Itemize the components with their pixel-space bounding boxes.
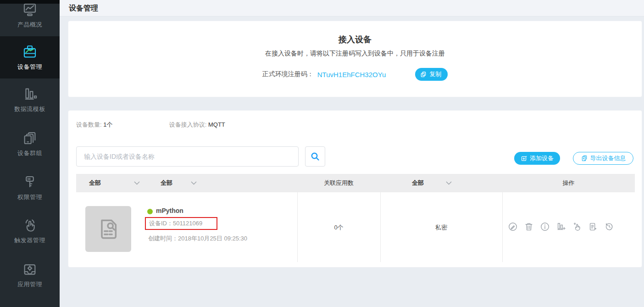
device-created-time: 创建时间：2018年10月25日 09:25:30 — [148, 234, 247, 243]
chevron-down-icon — [134, 181, 140, 185]
trigger-hand-icon — [22, 218, 38, 233]
filter-1-value: 全部 — [89, 174, 101, 192]
sidebar-item-label: 触发器管理 — [14, 236, 45, 245]
export-data-icon[interactable] — [588, 222, 598, 232]
column-divider — [502, 192, 503, 262]
access-card-subtitle: 在接入设备时，请将以下注册码写入到设备中，只用于设备注册 — [68, 50, 642, 58]
bar-chart-icon — [22, 86, 38, 102]
sidebar-item-product-overview[interactable]: 产品概况 — [0, 1, 60, 29]
device-status-dot — [147, 209, 153, 214]
sidebar-item-device-management[interactable]: 设备管理 — [0, 36, 60, 78]
key-icon — [22, 174, 38, 190]
access-card-title: 接入设备 — [68, 34, 642, 45]
chevron-down-icon — [191, 181, 197, 185]
copy-button-label: 复制 — [429, 70, 441, 78]
sidebar-item-label: 设备群组 — [17, 149, 42, 157]
filter-dropdown-2[interactable]: 全部 — [161, 174, 197, 192]
device-toolbox-icon — [22, 44, 38, 60]
document-search-icon — [95, 216, 121, 242]
device-stats: 设备数量: 1个 设备接入协议: MQTT — [76, 121, 225, 129]
datastream-add-icon[interactable] — [556, 222, 566, 232]
export-devices-icon — [581, 155, 588, 162]
registration-code-label: 正式环境注册码： — [262, 70, 314, 78]
protocol-label: 设备接入协议: — [169, 121, 207, 128]
search-button[interactable] — [305, 146, 325, 167]
device-id-annotation-box: 设备ID：501121069 — [145, 217, 217, 230]
device-apps-count: 0个 — [297, 223, 380, 232]
sidebar-item-permission-management[interactable]: 权限管理 — [0, 173, 60, 202]
monitor-chart-icon — [22, 2, 38, 17]
device-thumbnail — [85, 206, 131, 252]
table-header: 全部 全部 关联应用数 全部 操作 — [76, 174, 635, 192]
sidebar-item-label: 权限管理 — [17, 193, 42, 201]
app-box-icon — [22, 262, 38, 277]
filter-dropdown-3[interactable]: 全部 — [412, 174, 452, 192]
device-count-value: 1个 — [103, 121, 112, 128]
device-id: 设备ID：501121069 — [149, 219, 202, 228]
topbar: 设备管理 — [60, 0, 644, 17]
copy-button[interactable]: 复制 — [415, 68, 448, 81]
sidebar-item-trigger-management[interactable]: 触发器管理 — [0, 217, 60, 245]
copy-icon — [420, 71, 427, 78]
registration-code-line: 正式环境注册码： NTuvH1EhFCH32OYu 复制 — [68, 68, 642, 81]
device-list-card: 设备数量: 1个 设备接入协议: MQTT 添加设备 导出设备信息 全部 — [68, 110, 642, 268]
filter-2-value: 全部 — [161, 174, 172, 192]
search-input[interactable] — [76, 146, 299, 167]
sidebar-item-application-management[interactable]: 应用管理 — [0, 261, 60, 289]
trigger-add-icon[interactable] — [572, 222, 582, 232]
device-name[interactable]: mPython — [156, 207, 183, 214]
search-icon — [310, 151, 321, 162]
sidebar-item-device-groups[interactable]: 设备群组 — [0, 129, 60, 158]
page-title: 设备管理 — [69, 0, 98, 17]
sidebar-item-datastream-template[interactable]: 数据流模板 — [0, 85, 60, 114]
protocol-value: MQTT — [208, 121, 225, 128]
column-header-apps: 关联应用数 — [297, 174, 380, 192]
column-header-actions: 操作 — [502, 174, 635, 192]
device-group-icon — [22, 130, 38, 146]
device-privacy: 私密 — [380, 223, 502, 232]
sidebar-item-label: 设备管理 — [17, 63, 42, 71]
export-devices-label: 导出设备信息 — [590, 154, 626, 162]
access-device-card: 接入设备 在接入设备时，请将以下注册码写入到设备中，只用于设备注册 正式环境注册… — [68, 21, 642, 97]
device-actions — [508, 222, 614, 232]
filter-3-value: 全部 — [412, 174, 424, 192]
sidebar-item-label: 数据流模板 — [14, 105, 45, 113]
chevron-down-icon — [446, 181, 452, 185]
edit-icon[interactable] — [508, 222, 518, 232]
delete-icon[interactable] — [524, 222, 534, 232]
add-device-button[interactable]: 添加设备 — [514, 152, 560, 165]
history-icon[interactable] — [604, 222, 614, 232]
filter-dropdown-1[interactable]: 全部 — [89, 174, 140, 192]
registration-code-value: NTuvH1EhFCH32OYu — [317, 71, 386, 78]
add-device-icon — [521, 155, 527, 162]
sidebar-item-label: 应用管理 — [17, 280, 42, 289]
sidebar-item-label: 产品概况 — [17, 21, 42, 29]
sidebar: 产品概况 设备管理 数据流模板 设备群组 — [0, 0, 60, 307]
info-icon[interactable] — [540, 222, 550, 232]
device-count-label: 设备数量: — [76, 121, 102, 128]
export-devices-button[interactable]: 导出设备信息 — [573, 152, 633, 165]
table-row: mPython 设备ID：501121069 创建时间：2018年10月25日 … — [76, 192, 635, 262]
add-device-label: 添加设备 — [530, 154, 554, 162]
